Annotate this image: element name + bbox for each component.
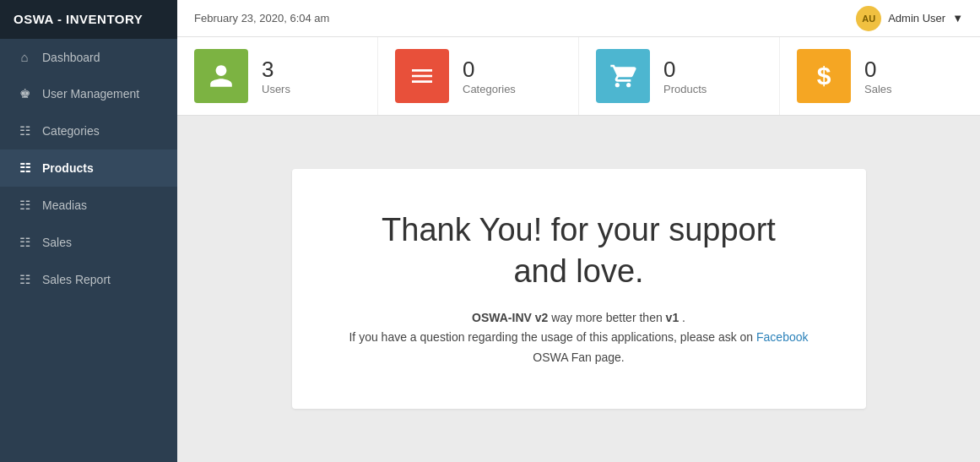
- products-icon: ☷: [17, 160, 32, 176]
- stat-icon-products: [596, 49, 650, 103]
- stat-label-categories: Categories: [463, 83, 516, 95]
- user-label: Admin User: [888, 12, 945, 24]
- stat-icon-sales: $: [797, 49, 851, 103]
- sidebar-label-dashboard: Dashboard: [42, 51, 100, 64]
- sidebar-item-sales-report[interactable]: ☷ Sales Report: [0, 261, 177, 298]
- welcome-card: Thank You! for your supportand love. OSW…: [292, 169, 866, 409]
- sidebar-label-products: Products: [42, 161, 94, 175]
- sidebar-label-sales: Sales: [42, 236, 72, 249]
- stat-count-sales: 0: [864, 57, 892, 83]
- stat-card-users: 3 Users: [177, 37, 378, 115]
- sidebar-item-meadias[interactable]: ☷ Meadias: [0, 187, 177, 224]
- topbar: February 23, 2020, 6:04 am AU Admin User…: [177, 0, 980, 37]
- meadias-icon: ☷: [17, 198, 32, 213]
- welcome-title: Thank You! for your supportand love.: [343, 209, 815, 293]
- version-v1: v1: [666, 311, 680, 324]
- sidebar-label-meadias: Meadias: [42, 198, 87, 212]
- sidebar-logo: OSWA - INVENTORY: [0, 0, 177, 39]
- subtitle-line1: way more better then: [551, 311, 665, 324]
- brand-name: OSWA-INV v2: [472, 311, 548, 324]
- stat-count-users: 3: [262, 57, 290, 83]
- stat-icon-categories: [395, 49, 449, 103]
- stat-card-products: 0 Products: [579, 37, 780, 115]
- stat-count-products: 0: [663, 57, 707, 83]
- subtitle-line2: If you have a question regarding the usa…: [349, 330, 756, 344]
- sales-report-icon: ☷: [17, 272, 32, 287]
- user-menu[interactable]: AU Admin User ▼: [856, 6, 963, 31]
- user-mgmt-icon: ♚: [17, 86, 32, 101]
- stats-row: 3 Users 0 Categories 0 Products $ 0 Sale…: [177, 37, 980, 116]
- stat-info-products: 0 Products: [663, 57, 707, 95]
- sidebar-item-dashboard[interactable]: ⌂ Dashboard: [0, 39, 177, 75]
- avatar: AU: [856, 6, 881, 31]
- stat-info-users: 3 Users: [262, 57, 290, 95]
- topbar-date: February 23, 2020, 6:04 am: [194, 12, 329, 24]
- categories-icon: ☷: [17, 123, 32, 139]
- dashboard-icon: ⌂: [17, 50, 32, 64]
- stat-label-users: Users: [262, 83, 290, 95]
- stat-info-sales: 0 Sales: [864, 57, 892, 95]
- sidebar-item-sales[interactable]: ☷ Sales: [0, 224, 177, 261]
- stat-label-sales: Sales: [864, 83, 892, 95]
- stat-card-sales: $ 0 Sales: [780, 37, 980, 115]
- subtitle-line2-end: OSWA Fan page.: [533, 351, 624, 364]
- sidebar-item-user-mgmt[interactable]: ♚ User Management: [0, 75, 177, 112]
- sidebar-label-user-mgmt: User Management: [42, 87, 139, 101]
- dashboard-body: Thank You! for your supportand love. OSW…: [177, 116, 980, 462]
- stat-icon-users: [194, 49, 248, 103]
- stat-count-categories: 0: [463, 57, 516, 83]
- stat-info-categories: 0 Categories: [463, 57, 516, 95]
- sidebar-nav: ⌂ Dashboard ♚ User Management ☷ Categori…: [0, 39, 177, 462]
- stat-card-categories: 0 Categories: [378, 37, 579, 115]
- main-content: February 23, 2020, 6:04 am AU Admin User…: [177, 0, 980, 462]
- welcome-subtitle: OSWA-INV v2 way more better then v1 . If…: [343, 308, 815, 368]
- sales-icon: ☷: [17, 235, 32, 250]
- sidebar-label-categories: Categories: [42, 124, 100, 138]
- facebook-link[interactable]: Facebook: [756, 330, 808, 344]
- sidebar: OSWA - INVENTORY ⌂ Dashboard ♚ User Mana…: [0, 0, 177, 462]
- sidebar-item-products[interactable]: ☷ Products: [0, 149, 177, 187]
- sidebar-label-sales-report: Sales Report: [42, 273, 111, 286]
- stat-label-products: Products: [663, 83, 707, 95]
- sidebar-item-categories[interactable]: ☷ Categories: [0, 112, 177, 149]
- dropdown-icon: ▼: [952, 12, 963, 24]
